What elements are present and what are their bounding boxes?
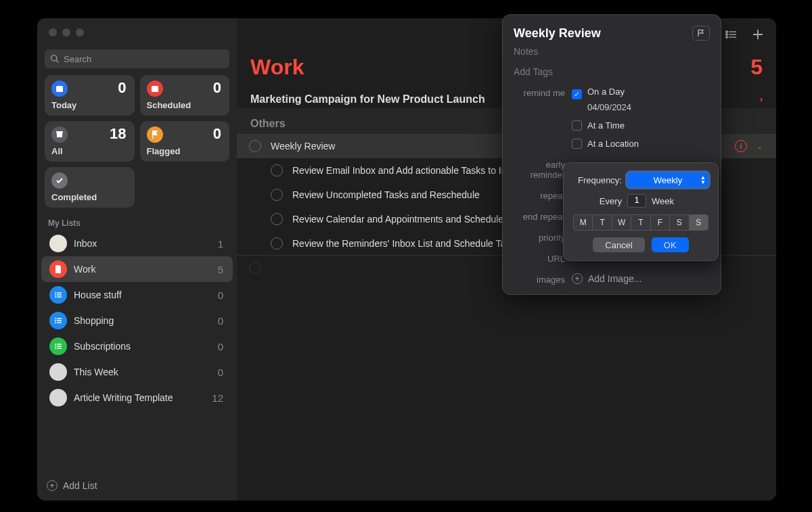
svg-rect-15 xyxy=(57,344,62,344)
updown-icon: ▲▼ xyxy=(700,175,706,185)
svg-rect-5 xyxy=(57,294,62,295)
svg-rect-9 xyxy=(57,318,62,319)
images-label: images xyxy=(514,273,572,285)
day-fri[interactable]: F xyxy=(650,214,670,231)
smart-list-icon xyxy=(49,363,67,381)
add-list-button[interactable]: + Add List xyxy=(37,473,237,501)
flag-button[interactable] xyxy=(692,26,710,41)
smart-list-today[interactable]: 0 Today xyxy=(45,75,135,116)
chevron-down-icon[interactable]: ⌄ xyxy=(757,142,763,151)
list-item-house[interactable]: House stuff 0 xyxy=(41,282,233,308)
day-sun[interactable]: S xyxy=(689,214,708,231)
tags-field[interactable]: Add Tags xyxy=(514,57,710,77)
list-bullet-icon xyxy=(49,338,67,355)
smart-list-flagged[interactable]: 0 Flagged xyxy=(140,121,230,162)
list-bullet-icon xyxy=(49,312,67,329)
search-placeholder: Search xyxy=(64,54,91,64)
cancel-button[interactable]: Cancel xyxy=(593,237,644,252)
svg-rect-3 xyxy=(57,292,62,293)
unit-label: Week xyxy=(652,196,674,206)
notes-field[interactable]: Notes xyxy=(514,41,710,57)
on-a-day-checkbox[interactable]: ✓ xyxy=(572,89,582,99)
plus-icon: + xyxy=(572,273,583,284)
svg-rect-7 xyxy=(57,296,62,297)
date-field[interactable]: 04/09/2024 xyxy=(572,99,710,112)
list-count: 0 xyxy=(218,315,223,327)
calendar-today-icon xyxy=(51,80,68,97)
section-title: Marketing Campaign for New Product Launc… xyxy=(250,93,485,106)
svg-rect-13 xyxy=(57,322,62,323)
svg-rect-1 xyxy=(152,86,158,92)
list-item-inbox[interactable]: Inbox 1 xyxy=(41,231,233,256)
list-item-shopping[interactable]: Shopping 0 xyxy=(41,308,233,333)
task-checkbox[interactable] xyxy=(271,164,283,177)
svg-rect-19 xyxy=(57,348,62,348)
svg-point-20 xyxy=(726,31,727,32)
svg-point-18 xyxy=(55,348,56,349)
view-options-button[interactable] xyxy=(725,28,737,41)
list-total-count: 5 xyxy=(750,55,763,80)
add-image-label: Add Image... xyxy=(588,273,641,284)
frequency-popover: Frequency: Weekly ▲▼ Every 1 Week M T W … xyxy=(563,162,719,261)
day-thu[interactable]: T xyxy=(631,214,650,231)
task-checkbox[interactable] xyxy=(271,213,283,225)
list-count: 0 xyxy=(218,341,223,352)
ok-button[interactable]: OK xyxy=(652,237,689,252)
scheduled-count: 0 xyxy=(213,79,221,97)
smart-list-all[interactable]: 18 All xyxy=(45,121,135,162)
task-title: Review Email Inbox and Add actionable Ta… xyxy=(292,165,522,176)
smart-list-completed[interactable]: Completed xyxy=(45,167,135,208)
list-count: 0 xyxy=(218,367,223,378)
add-reminder-button[interactable] xyxy=(752,28,764,41)
svg-point-8 xyxy=(55,318,56,319)
day-sat[interactable]: S xyxy=(669,214,689,231)
flagged-count: 0 xyxy=(213,125,221,143)
at-a-location-label: At a Location xyxy=(587,139,639,149)
custom-lists: Inbox 1 Work 5 House stuff 0 Shopping 0 … xyxy=(37,231,237,473)
smart-lists: 0 Today 0 Scheduled 18 All 0 Flagged Com… xyxy=(37,75,237,213)
svg-point-16 xyxy=(55,346,56,347)
every-input[interactable]: 1 xyxy=(627,194,646,208)
list-title: Work xyxy=(250,55,304,80)
remind-me-label: remind me xyxy=(514,87,572,98)
my-lists-header: My Lists xyxy=(37,213,237,231)
plus-icon: + xyxy=(47,480,58,491)
day-mon[interactable]: M xyxy=(573,214,593,231)
at-a-time-checkbox[interactable] xyxy=(572,120,582,131)
minimize-window-button[interactable] xyxy=(62,28,70,37)
list-label: Subscriptions xyxy=(74,341,131,352)
checkmark-icon xyxy=(51,172,68,189)
all-label: All xyxy=(51,146,63,156)
list-item-article-template[interactable]: Article Writing Template 12 xyxy=(41,385,233,411)
task-checkbox[interactable] xyxy=(271,237,283,250)
task-checkbox[interactable] xyxy=(249,140,261,152)
frequency-label: Frequency: xyxy=(573,175,622,185)
list-bullet-icon xyxy=(49,286,67,304)
list-count: 12 xyxy=(212,392,223,404)
search-input[interactable]: Search xyxy=(45,49,229,68)
task-checkbox[interactable] xyxy=(271,189,283,201)
svg-point-6 xyxy=(55,296,56,298)
detail-title[interactable]: Weekly Review xyxy=(514,26,601,41)
close-window-button[interactable] xyxy=(49,28,57,37)
list-item-this-week[interactable]: This Week 0 xyxy=(41,359,233,385)
list-item-subscriptions[interactable]: Subscriptions 0 xyxy=(41,333,233,359)
info-icon[interactable]: i xyxy=(735,140,747,152)
fullscreen-window-button[interactable] xyxy=(76,28,84,37)
today-label: Today xyxy=(51,100,76,110)
list-label: Work xyxy=(74,264,95,275)
add-image-button[interactable]: + Add Image... xyxy=(572,273,710,284)
day-tue[interactable]: T xyxy=(592,214,612,231)
at-a-location-checkbox[interactable] xyxy=(572,139,582,149)
smart-list-scheduled[interactable]: 0 Scheduled xyxy=(140,75,230,116)
task-title: Review Uncompleted Tasks and Reschedule xyxy=(292,189,480,200)
list-label: Shopping xyxy=(74,315,114,326)
completed-label: Completed xyxy=(51,192,97,202)
svg-point-24 xyxy=(726,37,727,38)
day-wed[interactable]: W xyxy=(612,214,631,231)
frequency-select[interactable]: Weekly ▲▼ xyxy=(627,172,708,187)
inbox-list-icon xyxy=(49,235,67,252)
list-item-work[interactable]: Work 5 xyxy=(41,256,233,282)
svg-point-22 xyxy=(726,34,727,35)
list-label: Article Writing Template xyxy=(74,392,173,403)
